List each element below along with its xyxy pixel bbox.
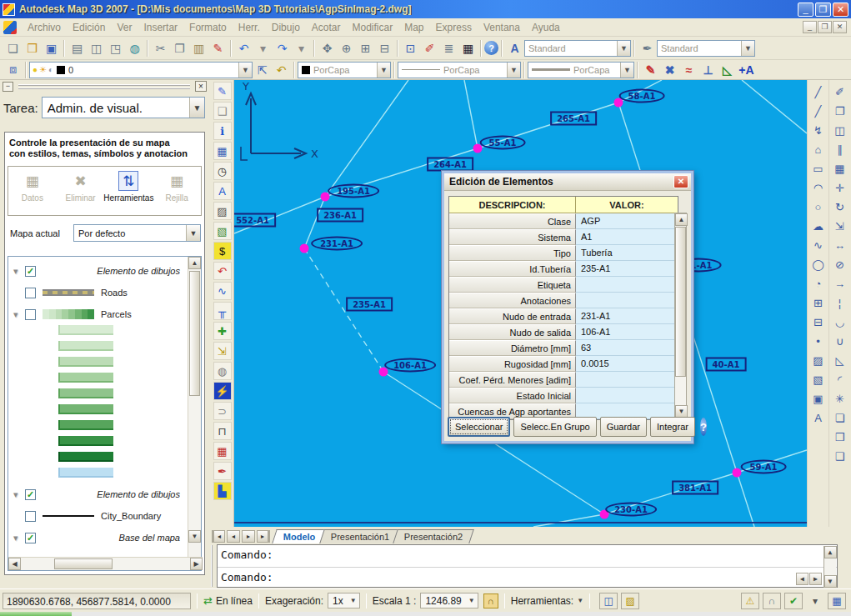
tab-presentación1[interactable]: Presentación1 (319, 529, 401, 543)
redo-dropdown-icon[interactable]: ▾ (292, 39, 311, 58)
gradient-icon[interactable]: ▧ (809, 370, 828, 389)
undo-red-icon[interactable]: ↶ (213, 262, 232, 280)
scale-icon[interactable]: ⇲ (831, 217, 849, 236)
herramientas-button[interactable]: ⇅Herramientas (105, 171, 153, 215)
plot-icon[interactable]: ▤ (68, 39, 87, 58)
pen-icon[interactable]: ✒ (213, 462, 232, 480)
menu-acotar[interactable]: Acotar (306, 19, 347, 36)
tree-item-parcels[interactable]: ▾Parcels (8, 303, 188, 325)
tree-item-city-boundary[interactable]: City_Boundary (8, 505, 188, 527)
digitize-icon[interactable]: ◺ (718, 61, 737, 79)
chevron-down-icon[interactable]: ▼ (466, 597, 478, 604)
chevron-down-icon[interactable]: ▼ (348, 597, 359, 604)
node-label-195-A1[interactable]: 195-A1 (328, 184, 379, 198)
web-icon[interactable]: ◍ (125, 39, 144, 58)
checkbox[interactable]: ✓ (25, 266, 36, 277)
expand-arrow-icon[interactable]: ▾ (13, 533, 25, 543)
chevron-down-icon[interactable]: ▼ (620, 63, 633, 78)
break-icon[interactable]: ◡ (831, 313, 849, 332)
data-table-icon[interactable]: ▦ (213, 142, 232, 160)
faucet-icon[interactable]: ╥ (213, 302, 232, 320)
dialog-scrollbar[interactable]: ▲ ▼ (674, 213, 687, 418)
stretch-icon[interactable]: ↔ (831, 236, 849, 255)
network-node[interactable] (379, 368, 388, 377)
scroll-up-icon[interactable]: ▲ (675, 213, 688, 226)
pipe-label-265-A1[interactable]: 265-A1 (550, 112, 597, 126)
menu-dibujo[interactable]: Dibujo (266, 19, 306, 36)
expand-arrow-icon[interactable]: ▾ (13, 309, 25, 320)
revision-cloud-icon[interactable]: ☁ (809, 217, 828, 236)
first-tab-icon[interactable]: ◂ (212, 530, 225, 543)
last-tab-icon[interactable]: ▸ (257, 530, 270, 543)
layer-previous-icon[interactable]: ↶ (272, 61, 291, 79)
erase-icon[interactable]: ✐ (831, 83, 849, 102)
checkbox[interactable] (25, 288, 36, 298)
command-prompt[interactable]: Comando: (218, 545, 837, 568)
row-value[interactable] (576, 388, 678, 403)
collapse-icon[interactable]: − (3, 82, 13, 92)
tree-vertical-scrollbar[interactable]: ▲ ▼ (188, 257, 201, 557)
pipe-label-235-A1[interactable]: 235-A1 (346, 298, 393, 312)
plot-preview-icon[interactable]: ◫ (87, 39, 106, 58)
screen-icon[interactable]: ▦ (828, 593, 846, 609)
explode-icon[interactable]: ✳ (831, 389, 849, 408)
zoom-realtime-icon[interactable]: ⊕ (337, 39, 356, 58)
doc-close-button[interactable]: ✕ (833, 21, 847, 33)
sun-icon[interactable]: ☀ (39, 65, 47, 74)
point-icon[interactable]: • (809, 332, 828, 351)
row-value[interactable]: 0.0015 (576, 356, 678, 372)
command-input[interactable]: Comando:Comando: ▲ ▼ ◀ ▶ (217, 544, 838, 588)
dim-style-icon[interactable]: ✒ (638, 39, 657, 58)
extend-icon[interactable]: → (831, 274, 849, 293)
draworder-back-icon[interactable]: ❒ (831, 428, 849, 447)
text-style-icon[interactable]: A (505, 39, 524, 58)
scroll-down-icon[interactable]: ▼ (675, 405, 688, 418)
chevron-down-icon[interactable]: ▼ (573, 597, 583, 604)
model-space-icon[interactable]: ▨ (621, 593, 639, 609)
tab-modelo[interactable]: Modelo (272, 529, 327, 543)
padlock-icon[interactable]: ∩ (763, 593, 781, 609)
save-icon[interactable]: ▣ (42, 39, 61, 58)
undo-dropdown-icon[interactable]: ▾ (253, 39, 273, 58)
row-value[interactable] (576, 277, 678, 293)
minimize-button[interactable]: _ (798, 3, 813, 17)
row-value[interactable] (576, 293, 678, 308)
ellipse-arc-icon[interactable]: ◔ (809, 274, 828, 293)
break-point-icon[interactable]: ¦ (831, 293, 849, 313)
make-object-layer-icon[interactable]: ⇱ (253, 61, 272, 79)
spline-icon[interactable]: ∿ (809, 236, 828, 255)
cost-icon[interactable]: $ (213, 242, 232, 260)
network-node[interactable] (321, 193, 330, 202)
close-button[interactable]: ✕ (833, 3, 848, 17)
menu-express[interactable]: Express (430, 19, 478, 36)
tree-item-elemento-de-dibujos[interactable]: ▾✓Elemento de dibujos (8, 483, 188, 505)
command-prompt[interactable]: Comando: (218, 568, 837, 585)
expand-arrow-icon[interactable]: ▾ (13, 266, 25, 277)
scroll-up-icon[interactable]: ▲ (824, 546, 837, 558)
clamp-icon[interactable]: ⊓ (213, 422, 232, 440)
dialog-help-icon[interactable]: ? (700, 418, 707, 436)
publish-map-icon[interactable]: ❑ (213, 102, 232, 120)
row-value[interactable]: 106-A1 (576, 324, 678, 340)
undo-icon[interactable]: ↶ (234, 39, 253, 58)
doc-restore-button[interactable]: ❐ (818, 21, 832, 33)
style-brush-icon[interactable]: ✎ (641, 61, 660, 79)
region-table-icon[interactable]: ▣ (809, 389, 828, 408)
checkbox[interactable]: ✓ (25, 533, 36, 543)
row-value[interactable]: AGP (576, 213, 678, 229)
zoom-window-icon[interactable]: ⊞ (356, 39, 375, 58)
valve-icon[interactable]: ✚ (213, 322, 232, 340)
chevron-down-icon[interactable]: ▼ (507, 63, 520, 78)
prev-tab-icon[interactable]: ◂ (227, 530, 240, 543)
node-label-59-A1[interactable]: 59-A1 (741, 460, 787, 474)
info-icon[interactable]: ℹ (213, 122, 232, 140)
tree-item-roads[interactable]: Roads (8, 282, 188, 303)
row-value[interactable] (576, 372, 678, 388)
tab-presentación2[interactable]: Presentación2 (393, 529, 474, 543)
pipe-label-552-A1[interactable]: 552-A1 (234, 213, 276, 228)
redo-icon[interactable]: ↷ (273, 39, 292, 58)
chevron-down-icon[interactable]: ▼ (186, 225, 200, 241)
mirror-icon[interactable]: ◫ (831, 121, 849, 140)
menu-modificar[interactable]: Modificar (347, 19, 399, 36)
integrar-button[interactable]: Integrar (650, 417, 695, 437)
